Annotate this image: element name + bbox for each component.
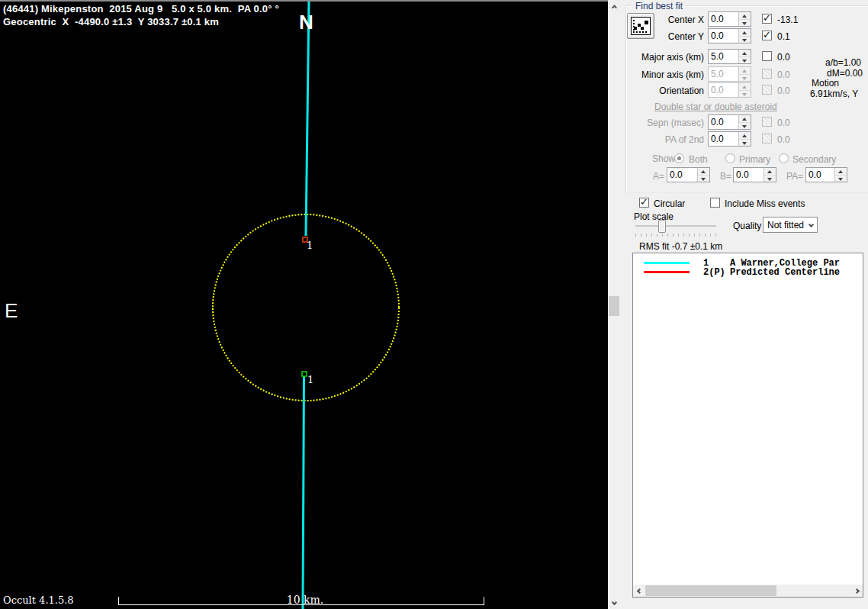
pa-spin-buttons[interactable]	[834, 168, 847, 182]
vertical-scrollbar-thumb[interactable]	[609, 296, 619, 316]
double-star-section-title: Double star or double asteroid	[654, 102, 777, 112]
separation-spinner[interactable]: 0.0	[708, 114, 751, 130]
center-y-spinner[interactable]: 0.0	[708, 28, 751, 44]
egress-marker	[302, 372, 307, 376]
minor-axis-spin-buttons	[738, 67, 751, 81]
event-title: (46441) Mikepenston 2015 Aug 9 5.0 x 5.0…	[3, 3, 279, 14]
separation-value: 0.0	[709, 115, 738, 129]
quality-label: Quality	[733, 221, 761, 231]
show-secondary-radio[interactable]	[779, 153, 789, 163]
pa-of-2nd-value: 0.0	[709, 132, 738, 146]
dropdown-arrow-icon	[805, 223, 817, 227]
b-spinner[interactable]: 0.0	[733, 167, 776, 182]
center-y-checkbox[interactable]	[762, 31, 772, 40]
a-label: A=	[653, 171, 664, 182]
b-spin-buttons[interactable]	[764, 168, 776, 182]
separation-spin-buttons[interactable]	[738, 115, 751, 129]
center-x-checkbox[interactable]	[762, 14, 772, 24]
include-miss-events-checkbox[interactable]	[710, 198, 720, 208]
north-direction-label: N	[299, 11, 313, 34]
include-miss-events-label: Include Miss events	[725, 198, 805, 209]
plot-top-border	[0, 0, 608, 2]
observations-list[interactable]: 1 A Warner,College Par 2(P) Predicted Ce…	[632, 253, 863, 598]
center-y-value: 0.0	[709, 29, 738, 43]
b-label: B=	[720, 171, 731, 182]
chord-track-lower	[303, 376, 304, 609]
separation-result: 0.0	[777, 118, 790, 128]
pa-spinner[interactable]: 0.0	[805, 167, 847, 182]
chevron-down-icon	[611, 600, 616, 605]
rms-fit-value: RMS fit -0.7 ±0.1 km	[639, 241, 722, 252]
a-spin-buttons[interactable]	[697, 168, 709, 182]
scale-bar-label: 10 km.	[259, 594, 351, 606]
pa-value: 0.0	[806, 168, 834, 182]
orientation-result: 0.0	[777, 85, 790, 96]
app-version: Occult 4.1.5.8	[3, 594, 74, 606]
chevron-right-icon	[854, 588, 859, 593]
list-item[interactable]: 2(P) Predicted Centerline	[633, 268, 863, 277]
pa-of-2nd-checkbox	[762, 134, 772, 143]
axis-ratio-value: a/b=1.00	[825, 57, 861, 68]
a-value: 0.0	[667, 168, 697, 182]
show-both-radio[interactable]	[674, 153, 684, 163]
show-primary-label: Primary	[739, 154, 770, 165]
quality-dropdown[interactable]: Not fitted	[763, 217, 818, 233]
groupbox-title: Find best fit	[633, 1, 685, 11]
center-y-spin-buttons[interactable]	[738, 29, 751, 43]
east-direction-label: E	[5, 299, 18, 323]
center-x-value: 0.0	[709, 12, 738, 26]
major-axis-result: 0.0	[777, 52, 790, 63]
center-y-result: 0.1	[777, 31, 790, 42]
center-x-spinner[interactable]: 0.0	[708, 11, 751, 27]
major-axis-checkbox[interactable]	[762, 51, 772, 61]
fit-control-panel: Find best fit Center X 0.0 -13.1	[620, 0, 868, 609]
orientation-label: Orientation	[634, 85, 704, 96]
motion-label: Motion	[812, 78, 839, 89]
minor-axis-checkbox	[762, 69, 772, 79]
chevron-up-icon	[611, 5, 616, 10]
minor-axis-spinner: 5.0	[708, 66, 751, 82]
scroll-left-button[interactable]	[633, 585, 645, 597]
circular-checkbox[interactable]	[639, 198, 649, 208]
plot-scale-label: Plot scale	[634, 211, 674, 222]
orientation-checkbox	[762, 85, 772, 95]
scroll-right-button[interactable]	[850, 585, 863, 597]
pa-of-2nd-spinner[interactable]: 0.0	[708, 131, 751, 147]
motion-value: 6.91km/s, Y	[810, 89, 858, 99]
orientation-spinner: 0.0	[708, 82, 751, 98]
circular-label: Circular	[654, 198, 685, 209]
major-axis-spin-buttons[interactable]	[738, 50, 751, 63]
occultation-plot: (46441) Mikepenston 2015 Aug 9 5.0 x 5.0…	[0, 0, 608, 609]
a-spinner[interactable]: 0.0	[667, 167, 710, 182]
run-best-fit-button[interactable]	[627, 13, 654, 39]
quality-selected-value: Not fitted	[764, 220, 805, 230]
major-axis-spinner[interactable]: 5.0	[708, 49, 751, 64]
observer-name: Predicted Centerline	[730, 267, 840, 278]
horizontal-scrollbar[interactable]	[633, 585, 863, 597]
geocentric-coordinates: Geocentric X -4490.0 ±1.3 Y 3033.7 ±0.1 …	[3, 16, 219, 27]
scroll-up-button[interactable]	[608, 0, 620, 13]
minor-axis-label: Minor axis (km)	[634, 69, 704, 80]
chord-number: 2(P)	[703, 267, 725, 278]
scroll-down-button[interactable]	[608, 596, 620, 609]
pa-label: PA=	[786, 171, 803, 182]
center-x-result: -13.1	[777, 14, 798, 25]
minor-axis-value: 5.0	[709, 67, 738, 81]
major-axis-label: Major axis (km)	[634, 52, 704, 63]
vertical-scrollbar[interactable]	[608, 0, 620, 609]
show-both-label: Both	[689, 154, 708, 165]
plot-scale-slider-thumb[interactable]	[658, 220, 666, 233]
plot-canvas	[0, 0, 608, 609]
horizontal-scrollbar-thumb[interactable]	[645, 585, 776, 596]
pa-of-2nd-spin-buttons[interactable]	[738, 132, 751, 146]
pa-of-2nd-label: PA of 2nd	[634, 134, 704, 145]
separation-label: Sepn (masec)	[634, 118, 704, 128]
show-primary-radio[interactable]	[725, 153, 735, 163]
chord-2-color-swatch	[644, 271, 690, 273]
plot-scale-slider-track[interactable]	[635, 225, 716, 227]
center-x-spin-buttons[interactable]	[738, 12, 751, 26]
chord-1-ingress-label: 1	[307, 240, 313, 251]
orientation-spin-buttons	[738, 83, 751, 97]
major-axis-value: 5.0	[709, 50, 738, 63]
minor-axis-result: 0.0	[777, 69, 790, 80]
